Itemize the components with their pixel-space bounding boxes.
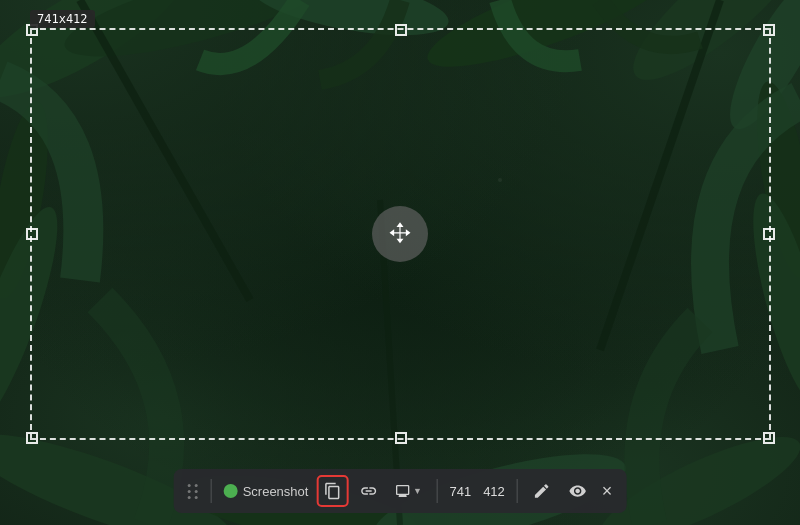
eye-icon <box>569 482 587 500</box>
link-button[interactable] <box>352 475 384 507</box>
link-icon <box>359 482 377 500</box>
drag-handle[interactable] <box>184 484 203 499</box>
pencil-icon <box>533 482 551 500</box>
divider-2 <box>436 479 437 503</box>
toolbar: Screenshot ▼ 741 412 × <box>174 469 627 513</box>
height-value[interactable]: 412 <box>479 484 509 499</box>
close-icon: × <box>602 481 613 502</box>
preview-button[interactable] <box>562 475 594 507</box>
background-canvas <box>0 0 800 525</box>
copy-button[interactable] <box>316 475 348 507</box>
status-dot <box>224 484 238 498</box>
screenshot-label: Screenshot <box>220 484 313 499</box>
close-button[interactable]: × <box>598 481 617 502</box>
divider-3 <box>517 479 518 503</box>
divider-1 <box>211 479 212 503</box>
screen-dropdown-arrow: ▼ <box>413 486 422 496</box>
width-value[interactable]: 741 <box>445 484 475 499</box>
screenshot-text: Screenshot <box>243 484 309 499</box>
dimension-label: 741x412 <box>30 10 95 28</box>
copy-icon <box>323 482 341 500</box>
screen-icon <box>395 483 411 499</box>
move-cursor-icon[interactable] <box>372 206 428 262</box>
screen-button[interactable]: ▼ <box>388 475 428 507</box>
edit-button[interactable] <box>526 475 558 507</box>
